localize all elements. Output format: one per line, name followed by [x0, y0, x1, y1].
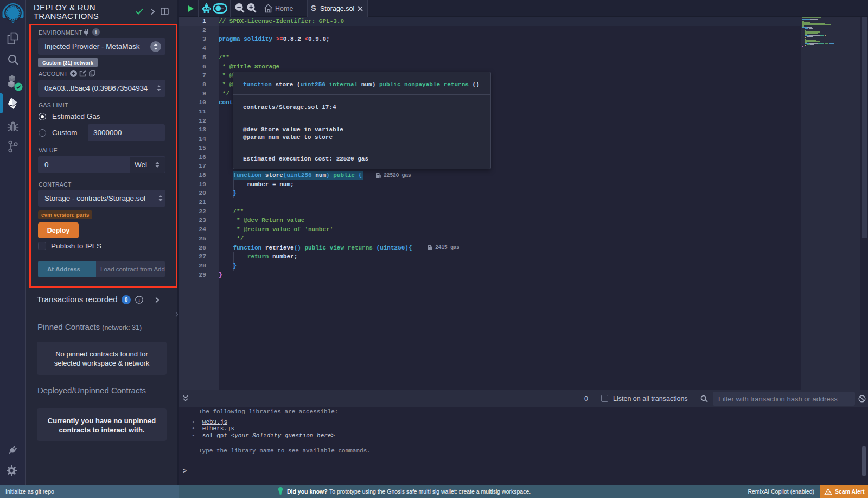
svg-text:i: i	[138, 297, 140, 303]
